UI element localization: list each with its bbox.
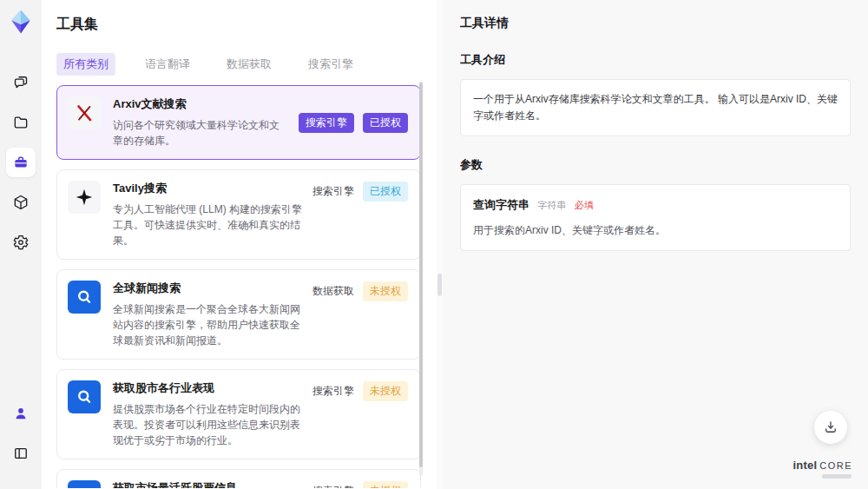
blue-search-app-icon bbox=[68, 281, 101, 314]
auth-badge: 已授权 bbox=[363, 113, 408, 133]
sidebar bbox=[0, 0, 42, 489]
tool-description: 提供股票市场各个行业在特定时间段内的表现。投资者可以利用这些信息来识别表现优于或… bbox=[113, 401, 302, 448]
param-required-badge: 必填 bbox=[575, 200, 594, 210]
tool-description: 专为人工智能代理 (LLM) 构建的搜索引擎工具。可快速提供实时、准确和真实的结… bbox=[113, 202, 302, 248]
intel-sub-mark bbox=[822, 474, 852, 479]
gear-icon bbox=[12, 234, 30, 251]
param-type: 字符串 bbox=[537, 200, 566, 210]
tool-list: Arxiv文献搜索 访问各个研究领域大量科学论文和文章的存储库。 搜索引擎 已授… bbox=[56, 85, 421, 488]
intro-heading: 工具介绍 bbox=[460, 52, 851, 68]
folder-icon bbox=[12, 114, 30, 131]
tool-list-pane: 工具集 所有类别 语言翻译 数据获取 搜索引擎 A bbox=[42, 0, 437, 489]
tool-title: 获取市场最活跃股票信息 bbox=[113, 480, 302, 488]
intro-box: 一个用于从Arxiv存储库搜索科学论文和文章的工具。 输入可以是Arxiv ID… bbox=[460, 79, 851, 136]
app-logo-icon bbox=[8, 9, 34, 35]
sidebar-item-files[interactable] bbox=[6, 108, 36, 137]
sidebar-item-settings[interactable] bbox=[6, 228, 36, 257]
toolbox-icon bbox=[12, 154, 30, 171]
tab-data-acquisition[interactable]: 数据获取 bbox=[220, 53, 279, 76]
sidebar-item-panel-toggle[interactable] bbox=[6, 439, 36, 468]
auth-badge: 未授权 bbox=[363, 281, 408, 301]
sidebar-item-packages[interactable] bbox=[6, 188, 36, 217]
arxiv-icon bbox=[68, 96, 101, 129]
tool-title: 获取股市各行业表现 bbox=[113, 380, 302, 396]
intel-core-logo: intelCORE bbox=[792, 459, 852, 479]
tab-language-translation[interactable]: 语言翻译 bbox=[138, 53, 197, 76]
category-label: 搜索引擎 bbox=[312, 184, 354, 199]
page-title: 工具集 bbox=[56, 16, 421, 34]
category-badge: 搜索引擎 bbox=[299, 113, 354, 133]
param-box: 查询字符串 字符串 必填 用于搜索的Arxiv ID、关键字或作者姓名。 bbox=[460, 184, 851, 251]
resize-handle[interactable] bbox=[437, 274, 442, 296]
tab-all-categories[interactable]: 所有类别 bbox=[56, 53, 115, 76]
core-text: CORE bbox=[819, 460, 852, 471]
tool-card-arxiv[interactable]: Arxiv文献搜索 访问各个研究领域大量科学论文和文章的存储库。 搜索引擎 已授… bbox=[56, 85, 421, 160]
scrollbar-thumb[interactable] bbox=[419, 83, 423, 467]
auth-badge: 未授权 bbox=[363, 481, 408, 488]
auth-badge: 未授权 bbox=[363, 381, 408, 401]
sidebar-item-user[interactable] bbox=[6, 399, 36, 428]
param-name: 查询字符串 bbox=[473, 198, 529, 211]
param-description: 用于搜索的Arxiv ID、关键字或作者姓名。 bbox=[473, 222, 838, 239]
tool-card-global-news[interactable]: 全球新闻搜索 全球新闻搜索是一个聚合全球各大新闻网站内容的搜索引擎，帮助用户快速… bbox=[56, 269, 421, 360]
intel-text: intel bbox=[792, 459, 817, 472]
category-label: 数据获取 bbox=[312, 284, 354, 299]
app-window: 工具集 所有类别 语言翻译 数据获取 搜索引擎 A bbox=[0, 0, 868, 489]
category-label: 搜索引擎 bbox=[312, 384, 354, 399]
list-scrollbar[interactable] bbox=[419, 81, 423, 476]
package-icon bbox=[12, 194, 30, 211]
blue-search-app-icon bbox=[68, 480, 101, 488]
category-label: 搜索引擎 bbox=[312, 484, 354, 488]
tool-description: 全球新闻搜索是一个聚合全球各大新闻网站内容的搜索引擎，帮助用户快速获取全球最新资… bbox=[113, 301, 302, 348]
tool-details-pane: 工具详情 工具介绍 一个用于从Arxiv存储库搜索科学论文和文章的工具。 输入可… bbox=[443, 0, 868, 489]
tool-card-tavily[interactable]: Tavily搜索 专为人工智能代理 (LLM) 构建的搜索引擎工具。可快速提供实… bbox=[56, 169, 421, 260]
auth-badge: 已授权 bbox=[363, 182, 408, 202]
main-area: 工具集 所有类别 语言翻译 数据获取 搜索引擎 A bbox=[42, 0, 868, 489]
blue-search-app-icon bbox=[68, 380, 101, 413]
download-icon bbox=[823, 420, 838, 435]
tool-title: Tavily搜索 bbox=[113, 181, 302, 196]
tool-title: Arxiv文献搜索 bbox=[113, 96, 288, 112]
pane-resize-divider[interactable] bbox=[437, 0, 443, 489]
panel-toggle-icon bbox=[12, 445, 30, 462]
tool-card-active-stocks[interactable]: 获取市场最活跃股票信息 提供当天交易量最高的股票列表。投资者可以利用这些信息来识… bbox=[56, 469, 421, 488]
params-heading: 参数 bbox=[460, 157, 851, 173]
download-button[interactable] bbox=[814, 411, 847, 444]
details-title: 工具详情 bbox=[460, 16, 851, 31]
tavily-star-icon bbox=[68, 181, 101, 214]
chat-icon bbox=[12, 74, 30, 91]
tab-search-engine[interactable]: 搜索引擎 bbox=[301, 53, 360, 76]
sidebar-item-tools[interactable] bbox=[6, 148, 36, 177]
param-header-row: 查询字符串 字符串 必填 bbox=[473, 196, 838, 215]
category-tabs: 所有类别 语言翻译 数据获取 搜索引擎 bbox=[56, 53, 421, 76]
tool-description: 访问各个研究领域大量科学论文和文章的存储库。 bbox=[113, 117, 288, 149]
user-icon bbox=[12, 405, 30, 422]
tool-title: 全球新闻搜索 bbox=[113, 281, 302, 296]
tool-card-sector-performance[interactable]: 获取股市各行业表现 提供股票市场各个行业在特定时间段内的表现。投资者可以利用这些… bbox=[56, 369, 421, 459]
sidebar-item-chat[interactable] bbox=[6, 68, 36, 97]
